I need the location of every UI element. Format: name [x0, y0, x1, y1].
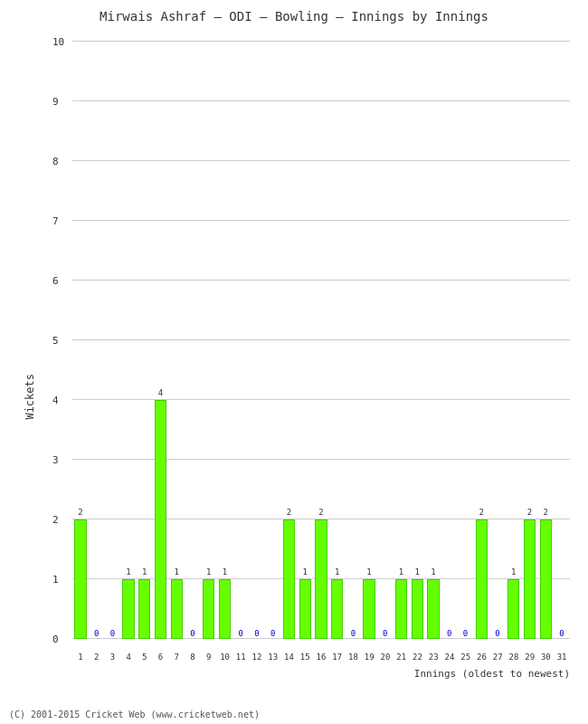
x-tick-15: 15 — [300, 653, 310, 662]
bar-group-15: 1 — [297, 42, 313, 639]
bar-group-12: 0 — [249, 42, 265, 639]
x-tick-29: 29 — [525, 653, 535, 662]
bar-9: 1 — [203, 579, 214, 639]
x-tick-21: 21 — [396, 653, 406, 662]
bar-val-14: 2 — [287, 508, 291, 517]
x-tick-10: 10 — [220, 653, 230, 662]
bar-group-1: 2 — [72, 42, 89, 639]
bar-group-16: 2 — [313, 42, 329, 639]
y-tick-0: 0 — [52, 634, 59, 645]
bar-17: 1 — [331, 579, 343, 639]
bar-val-15: 1 — [302, 567, 307, 576]
bar-5: 1 — [138, 579, 150, 639]
x-tick-13: 13 — [268, 653, 278, 662]
x-axis-label: Innings (oldest to newest) — [414, 668, 570, 680]
bar-14: 2 — [283, 519, 295, 639]
bar-zero-13: 0 — [270, 629, 275, 638]
bar-group-6: 4 — [153, 42, 169, 639]
bar-zero-24: 0 — [447, 629, 451, 638]
bar-group-19: 1 — [361, 42, 377, 639]
x-tick-31: 31 — [557, 653, 567, 662]
x-tick-26: 26 — [477, 653, 487, 662]
bar-22: 1 — [412, 579, 423, 639]
copyright: (C) 2001-2015 Cricket Web (www.cricketwe… — [9, 710, 260, 719]
bar-28: 1 — [507, 579, 519, 639]
y-axis-label: Wickets — [24, 374, 36, 420]
x-tick-22: 22 — [413, 653, 422, 662]
x-tick-6: 6 — [158, 653, 163, 662]
x-tick-11: 11 — [236, 653, 246, 662]
y-tick-5: 5 — [52, 335, 59, 347]
bar-30: 2 — [540, 519, 552, 639]
x-tick-14: 14 — [284, 653, 294, 662]
bar-group-23: 1 — [425, 42, 441, 639]
x-tick-17: 17 — [332, 653, 342, 662]
bar-group-29: 2 — [522, 42, 538, 639]
bar-zero-12: 0 — [254, 629, 259, 638]
bar-zero-11: 0 — [239, 629, 243, 638]
x-tick-20: 20 — [381, 653, 391, 662]
bar-group-30: 2 — [537, 42, 554, 639]
x-tick-5: 5 — [142, 653, 147, 662]
bar-15: 1 — [299, 579, 311, 639]
bar-group-22: 1 — [409, 42, 425, 639]
bar-26: 2 — [476, 519, 488, 639]
bar-group-24: 0 — [441, 42, 458, 639]
bar-7: 1 — [171, 579, 183, 639]
bar-group-11: 0 — [232, 42, 249, 639]
bar-group-10: 1 — [217, 42, 233, 639]
bar-4: 1 — [122, 579, 134, 639]
bar-group-27: 0 — [489, 42, 506, 639]
x-tick-2: 2 — [94, 653, 99, 662]
y-tick-2: 2 — [52, 514, 59, 526]
bar-group-28: 1 — [506, 42, 522, 639]
bar-val-5: 1 — [142, 567, 147, 576]
bar-group-2: 0 — [89, 42, 105, 639]
x-tick-19: 19 — [365, 653, 375, 662]
bar-group-17: 1 — [329, 42, 346, 639]
bar-zero-3: 0 — [110, 629, 115, 638]
bar-group-4: 1 — [120, 42, 137, 639]
bar-val-17: 1 — [335, 567, 339, 576]
bar-val-6: 4 — [158, 388, 163, 397]
bar-zero-27: 0 — [495, 629, 499, 638]
x-tick-30: 30 — [541, 653, 551, 662]
bar-group-31: 0 — [554, 42, 570, 639]
bar-val-10: 1 — [223, 567, 227, 576]
bar-zero-18: 0 — [351, 629, 356, 638]
bar-group-5: 1 — [137, 42, 153, 639]
x-tick-28: 28 — [508, 653, 518, 662]
bar-6: 4 — [155, 400, 166, 639]
x-tick-12: 12 — [252, 653, 262, 662]
bar-10: 1 — [219, 579, 231, 639]
y-tick-4: 4 — [52, 395, 59, 406]
x-tick-23: 23 — [429, 653, 439, 662]
bar-zero-20: 0 — [383, 629, 387, 638]
bar-group-7: 1 — [168, 42, 185, 639]
bar-group-9: 1 — [201, 42, 217, 639]
bar-val-16: 2 — [318, 508, 323, 517]
y-tick-7: 7 — [52, 215, 59, 227]
bar-val-9: 1 — [206, 567, 211, 576]
bar-val-19: 1 — [366, 567, 371, 576]
x-tick-7: 7 — [175, 653, 179, 662]
bar-group-25: 0 — [458, 42, 474, 639]
y-tick-1: 1 — [52, 574, 59, 586]
chart-title: Mirwais Ashraf – ODI – Bowling – Innings… — [0, 0, 588, 28]
bar-19: 1 — [363, 579, 375, 639]
bar-val-1: 2 — [78, 508, 82, 517]
bar-val-30: 2 — [543, 508, 547, 517]
bar-group-3: 0 — [104, 42, 120, 639]
x-tick-27: 27 — [493, 653, 503, 662]
y-tick-8: 8 — [52, 156, 59, 167]
bar-group-13: 0 — [265, 42, 281, 639]
bar-val-22: 1 — [415, 567, 420, 576]
y-tick-9: 9 — [52, 96, 59, 108]
bar-val-28: 1 — [511, 567, 516, 576]
bar-zero-25: 0 — [463, 629, 468, 638]
y-tick-6: 6 — [52, 275, 59, 287]
x-tick-16: 16 — [317, 653, 327, 662]
plot-area: 012345678910 200114101100021210101110020… — [50, 42, 570, 639]
bar-16: 2 — [315, 519, 327, 639]
x-tick-9: 9 — [206, 653, 211, 662]
